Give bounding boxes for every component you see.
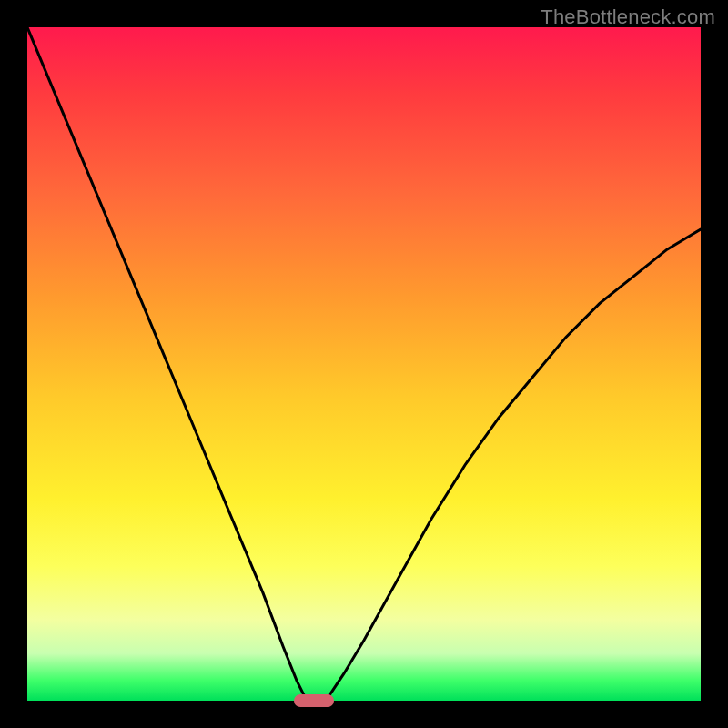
curve-right-path (324, 229, 701, 701)
plot-area (27, 27, 701, 701)
curve-svg (27, 27, 701, 701)
curve-left-path (27, 27, 307, 701)
outer-frame: TheBottleneck.com (0, 0, 728, 728)
min-marker (294, 694, 334, 707)
watermark-text: TheBottleneck.com (541, 5, 715, 29)
